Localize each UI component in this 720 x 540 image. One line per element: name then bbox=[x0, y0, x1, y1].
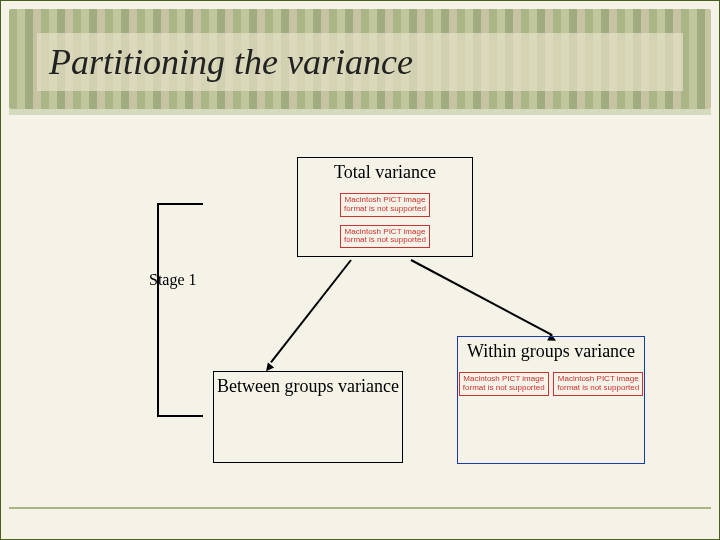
pict-error-placeholder: Macintosh PICT image format is not suppo… bbox=[340, 225, 430, 249]
slide-title: Partitioning the variance bbox=[37, 33, 683, 91]
between-groups-box: Between groups variance bbox=[213, 371, 403, 463]
pict-error-placeholder: Macintosh PICT image format is not suppo… bbox=[553, 372, 643, 396]
arrow-to-between bbox=[270, 259, 352, 363]
stage-bracket bbox=[157, 203, 201, 417]
total-variance-label: Total variance bbox=[298, 162, 472, 183]
between-groups-label: Between groups variance bbox=[214, 376, 402, 397]
within-groups-box: Within groups variance Macintosh PICT im… bbox=[457, 336, 645, 464]
bottom-decorative-rule bbox=[9, 507, 711, 509]
pict-error-placeholder: Macintosh PICT image format is not suppo… bbox=[340, 193, 430, 217]
total-variance-box: Total variance Macintosh PICT image form… bbox=[297, 157, 473, 257]
within-groups-label: Within groups variance bbox=[458, 341, 644, 362]
arrow-to-within bbox=[411, 259, 553, 336]
stage-1-label: Stage 1 bbox=[149, 271, 197, 289]
pict-error-placeholder: Macintosh PICT image format is not suppo… bbox=[459, 372, 549, 396]
